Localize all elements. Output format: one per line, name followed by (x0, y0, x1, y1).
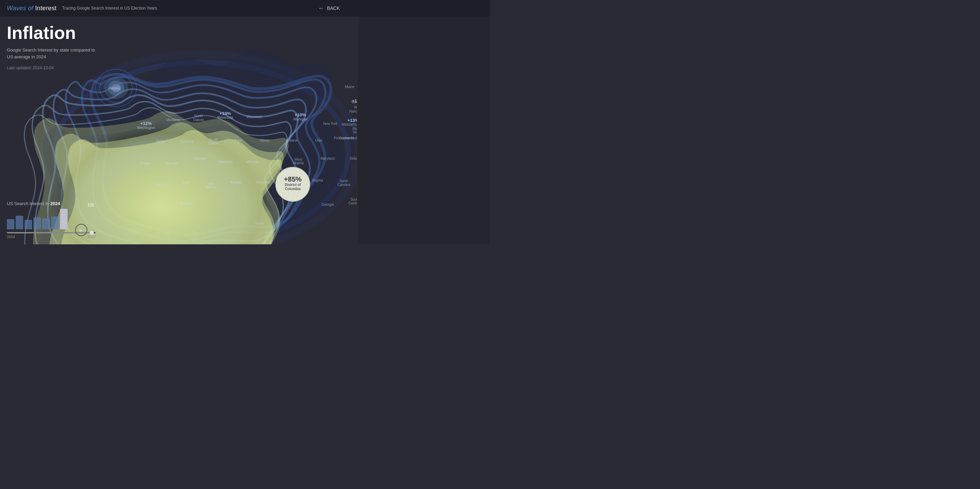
svg-text:Alaska: Alaska (109, 86, 121, 90)
svg-text:Wyoming: Wyoming (180, 140, 194, 143)
last-updated-label: Last updated: (7, 65, 32, 70)
right-panel (357, 16, 490, 244)
svg-text:Montana: Montana (167, 118, 180, 122)
svg-text:Hampshire: Hampshire (349, 110, 357, 113)
slider-thumb[interactable] (90, 231, 94, 235)
title-waves: Waves (7, 5, 26, 11)
svg-text:New: New (354, 105, 357, 109)
back-arrow-icon: ← (318, 5, 324, 12)
header: Waves of Interest Tracing Google Search … (0, 0, 490, 16)
year-end-label: 2024 (88, 235, 95, 239)
svg-text:+13%: +13% (347, 118, 357, 123)
svg-text:Michigan: Michigan (293, 117, 307, 121)
svg-text:Mexico: Mexico (205, 185, 216, 189)
back-button[interactable]: ← BACK (318, 5, 340, 12)
svg-text:South: South (350, 198, 357, 201)
title-of-word: of (28, 5, 33, 11)
bottom-chart-panel: US Search Interest in 2024 100 2004 2024… (0, 196, 102, 244)
svg-text:Carolina: Carolina (348, 201, 357, 205)
svg-text:Idaho: Idaho (156, 140, 164, 143)
chart-label-text: US Search Interest in (7, 201, 49, 206)
svg-text:Dakota: Dakota (208, 141, 219, 145)
svg-text:Nevada: Nevada (166, 161, 178, 165)
svg-text:Georgia: Georgia (321, 203, 334, 207)
svg-text:Arizona: Arizona (180, 202, 192, 205)
svg-text:+10%: +10% (294, 112, 306, 117)
header-subtitle: Tracing Google Search Interest in US Ele… (62, 6, 157, 11)
svg-text:Columbia: Columbia (285, 187, 301, 191)
bar-1[interactable] (16, 216, 23, 229)
svg-text:Virginia: Virginia (312, 178, 323, 182)
svg-text:Nebraska: Nebraska (218, 160, 233, 164)
play-icon: ▶ (80, 227, 83, 233)
chart-label: US Search Interest in 2024 (7, 201, 95, 206)
svg-text:Maryland: Maryland (320, 157, 334, 160)
svg-text:District of: District of (285, 183, 301, 187)
svg-text:Virginia: Virginia (293, 161, 304, 165)
svg-text:Maine: Maine (345, 85, 355, 89)
svg-text:New York: New York (323, 122, 338, 126)
svg-text:Indiana: Indiana (286, 139, 298, 142)
bar-2[interactable] (25, 220, 32, 229)
svg-text:Arkansas: Arkansas (256, 180, 270, 184)
bar-0[interactable] (7, 219, 14, 229)
svg-text:Minnesota: Minnesota (217, 116, 234, 119)
bar-4[interactable] (42, 218, 50, 229)
svg-text:Dakota: Dakota (193, 118, 204, 122)
svg-text:North: North (340, 179, 348, 183)
svg-text:Iowa: Iowa (234, 139, 242, 142)
svg-text:Delaware: Delaware (350, 157, 357, 160)
svg-text:Oregon: Oregon (140, 161, 151, 165)
play-button[interactable]: ▶ (75, 224, 88, 236)
svg-text:Kansas: Kansas (230, 180, 242, 184)
topic-title: Inflation (7, 23, 95, 43)
svg-text:+16%: +16% (352, 98, 357, 104)
app-title: Waves of Interest (7, 5, 57, 12)
last-updated: Last updated: 2024-10-04 (7, 65, 95, 70)
svg-text:Washington: Washington (137, 126, 155, 130)
svg-text:+85%: +85% (284, 175, 302, 183)
svg-text:Pennsylvania: Pennsylvania (334, 136, 354, 140)
svg-text:Utah: Utah (182, 180, 189, 184)
svg-text:Carolina: Carolina (337, 183, 350, 187)
chart-max-value: 100 (88, 203, 94, 207)
svg-text:Missouri: Missouri (246, 160, 259, 164)
back-label: BACK (327, 5, 340, 11)
svg-text:Illinois: Illinois (260, 139, 270, 142)
svg-text:Colorado: Colorado (193, 157, 207, 160)
svg-text:Island: Island (353, 131, 357, 134)
chart-year: 2024 (50, 201, 60, 206)
title-interest-word: Interest (35, 5, 57, 11)
svg-text:Ohio: Ohio (315, 139, 323, 142)
svg-text:Texas: Texas (255, 221, 264, 225)
svg-text:+12%: +12% (140, 121, 152, 126)
year-start-label: 2004 (7, 235, 15, 239)
svg-text:North: North (194, 114, 203, 118)
bar-5[interactable] (51, 217, 59, 229)
svg-text:+10%: +10% (220, 111, 231, 116)
bar-3[interactable] (33, 217, 41, 229)
svg-text:Massachusetts: Massachusetts (342, 123, 357, 126)
svg-text:California: California (154, 183, 169, 187)
svg-text:Wisconsin: Wisconsin (247, 115, 262, 119)
bar-6[interactable] (60, 209, 68, 229)
last-updated-value: 2024-10-04 (33, 65, 54, 70)
description: Google Search Interest by state compared… (7, 47, 95, 60)
